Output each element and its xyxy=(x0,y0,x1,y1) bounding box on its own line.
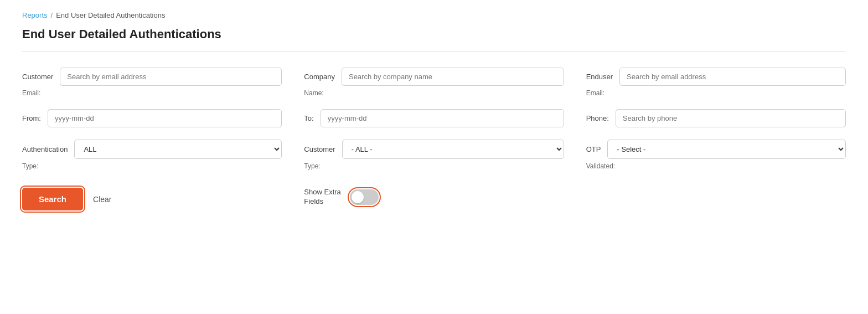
customer-type-label-group: Customer - ALL - Option 1 Option 2 xyxy=(304,140,564,159)
breadcrumb-reports-link[interactable]: Reports xyxy=(22,11,48,19)
customer-label-group: Customer xyxy=(22,68,282,86)
search-button[interactable]: Search xyxy=(22,188,83,210)
toggle-slider[interactable] xyxy=(350,189,379,205)
enduser-email-input[interactable] xyxy=(619,68,846,86)
form-actions: Search Clear xyxy=(22,188,282,210)
show-extra-row: Show ExtraFields xyxy=(304,183,564,207)
company-label-group: Company xyxy=(304,68,564,86)
auth-type-select[interactable]: ALL Option 1 Option 2 xyxy=(74,140,282,159)
phone-label: Phone: xyxy=(586,114,609,122)
enduser-label: Enduser xyxy=(586,73,613,81)
breadcrumb-current: End User Detailed Authentications xyxy=(56,11,165,19)
otp-select[interactable]: - Select - Yes No xyxy=(607,140,846,159)
page-title: End User Detailed Authentications xyxy=(22,27,846,42)
to-row: To: xyxy=(304,109,564,127)
breadcrumb-separator: / xyxy=(51,11,53,19)
clear-button[interactable]: Clear xyxy=(93,195,111,204)
show-extra-toggle-wrapper xyxy=(350,189,379,205)
from-label: From: xyxy=(22,114,41,122)
from-row: From: xyxy=(22,109,282,127)
customer-sublabel: Email: xyxy=(22,89,282,97)
page-container: Reports / End User Detailed Authenticati… xyxy=(0,0,868,222)
customer-email-input[interactable] xyxy=(60,68,282,86)
bottom-row: Search Clear Show ExtraFields xyxy=(22,183,846,210)
customer-email-row: Customer Email: xyxy=(22,68,282,97)
otp-label-group: OTP - Select - Yes No xyxy=(586,140,846,159)
from-date-input[interactable] xyxy=(48,109,282,127)
phone-row: Phone: xyxy=(586,109,846,127)
enduser-email-row: Enduser Email: xyxy=(586,68,846,97)
company-name-row: Company Name: xyxy=(304,68,564,97)
otp-row: OTP - Select - Yes No Validated: xyxy=(586,140,846,170)
customer-type-row: Customer - ALL - Option 1 Option 2 Type: xyxy=(304,140,564,170)
auth-label-group: Authentication ALL Option 1 Option 2 xyxy=(22,140,282,159)
company-section: Company Name: To: Customer - ALL - Optio… xyxy=(304,68,564,170)
customer-label: Customer xyxy=(22,73,53,81)
show-extra-label: Show ExtraFields xyxy=(304,188,340,207)
otp-label: OTP xyxy=(586,145,601,153)
auth-type-row: Authentication ALL Option 1 Option 2 Typ… xyxy=(22,140,282,170)
company-name-input[interactable] xyxy=(342,68,564,86)
form-grid: Customer Email: From: Authentication ALL… xyxy=(22,68,846,170)
auth-type-label: Authentication xyxy=(22,145,68,153)
company-sublabel: Name: xyxy=(304,89,564,97)
customer-type-select[interactable]: - ALL - Option 1 Option 2 xyxy=(342,140,564,159)
customer-section: Customer Email: From: Authentication ALL… xyxy=(22,68,282,170)
to-label-group: To: xyxy=(304,109,564,127)
to-label: To: xyxy=(304,114,313,122)
breadcrumb: Reports / End User Detailed Authenticati… xyxy=(22,11,846,19)
customer-type-label: Customer xyxy=(304,145,335,153)
auth-sublabel: Type: xyxy=(22,162,282,170)
company-label: Company xyxy=(304,73,335,81)
from-label-group: From: xyxy=(22,109,282,127)
enduser-sublabel: Email: xyxy=(586,89,846,97)
enduser-label-group: Enduser xyxy=(586,68,846,86)
phone-input[interactable] xyxy=(616,109,846,127)
otp-sublabel: Validated: xyxy=(586,162,846,170)
to-date-input[interactable] xyxy=(321,109,564,127)
customer-type-sublabel: Type: xyxy=(304,162,564,170)
phone-label-group: Phone: xyxy=(586,109,846,127)
section-divider xyxy=(22,52,846,52)
enduser-section: Enduser Email: Phone: OTP - Select - Yes xyxy=(586,68,846,170)
